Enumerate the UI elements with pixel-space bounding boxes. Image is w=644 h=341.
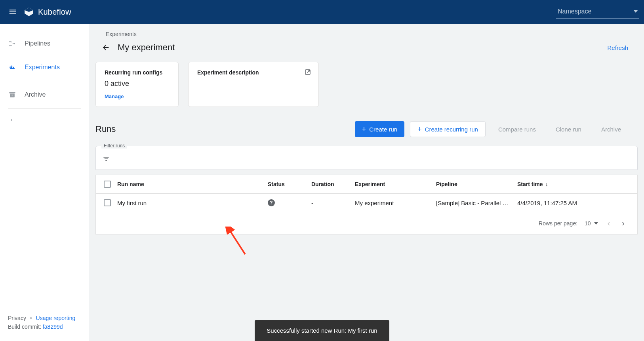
rows-per-page-label: Rows per page: xyxy=(539,220,577,227)
filter-icon xyxy=(102,158,110,164)
pager-prev-button[interactable]: ‹ xyxy=(605,219,613,228)
sidebar-divider xyxy=(8,108,81,109)
create-run-label: Create run xyxy=(369,126,397,133)
page-title: My experiment xyxy=(118,42,175,53)
rows-per-page-value: 10 xyxy=(585,220,591,227)
runs-table: Run name Status Duration Experiment Pipe… xyxy=(95,175,638,234)
sidebar: Pipelines Experiments Archive Privacy • … xyxy=(0,24,89,341)
svg-rect-7 xyxy=(11,95,13,95)
sidebar-item-pipelines[interactable]: Pipelines xyxy=(0,32,89,55)
clone-run-button[interactable]: Clone run xyxy=(549,121,589,137)
summary-cards: Recurring run configs 0 active Manage Ex… xyxy=(89,62,644,110)
filter-runs-field[interactable]: Filter runs xyxy=(95,146,638,170)
select-all-checkbox[interactable] xyxy=(104,181,111,188)
sidebar-footer: Privacy • Usage reporting Build commit: … xyxy=(0,315,89,336)
manage-recurring-button[interactable]: Manage xyxy=(105,93,124,99)
svg-rect-5 xyxy=(10,92,15,93)
experiments-icon xyxy=(8,63,17,71)
col-start-time[interactable]: Start time ↓ xyxy=(517,181,585,187)
create-run-button[interactable]: + Create run xyxy=(355,121,404,137)
col-start-time-label: Start time xyxy=(517,181,543,187)
toast-notification: Successfully started new Run: My first r… xyxy=(255,320,389,341)
filter-runs-label: Filter runs xyxy=(101,143,127,149)
build-commit-prefix: Build commit: xyxy=(8,324,43,330)
sidebar-item-label: Pipelines xyxy=(25,40,50,47)
back-button[interactable] xyxy=(99,40,113,55)
pipelines-icon xyxy=(8,40,17,48)
create-recurring-run-label: Create recurring run xyxy=(425,126,478,133)
sidebar-item-experiments[interactable]: Experiments xyxy=(0,55,89,79)
brand[interactable]: Kubeflow xyxy=(24,7,71,17)
create-recurring-run-button[interactable]: + Create recurring run xyxy=(410,121,486,137)
svg-point-4 xyxy=(13,43,15,44)
kubeflow-logo-icon xyxy=(24,7,34,17)
col-duration[interactable]: Duration xyxy=(311,181,355,187)
duration-cell: - xyxy=(311,200,355,206)
rows-per-page-select[interactable]: 10 xyxy=(585,220,598,227)
namespace-label: Namespace xyxy=(558,8,591,15)
col-status[interactable]: Status xyxy=(268,181,311,187)
refresh-button[interactable]: Refresh xyxy=(607,44,628,51)
open-external-icon xyxy=(304,69,311,76)
experiment-cell: My experiment xyxy=(355,200,436,206)
col-pipeline[interactable]: Pipeline xyxy=(436,181,517,187)
pipeline-cell: [Sample] Basic - Parallel … xyxy=(436,200,517,206)
runs-section-title: Runs xyxy=(95,124,116,134)
runs-toolbar: Runs + Create run + Create recurring run… xyxy=(89,110,644,142)
status-unknown-icon: ? xyxy=(268,199,275,206)
sort-desc-icon: ↓ xyxy=(545,181,548,187)
run-name-cell: My first run xyxy=(117,200,268,206)
chevron-left-icon xyxy=(9,117,14,123)
dropdown-icon xyxy=(634,10,638,13)
hamburger-menu-button[interactable] xyxy=(5,4,21,20)
runs-table-header: Run name Status Duration Experiment Pipe… xyxy=(96,175,637,194)
sidebar-divider xyxy=(8,81,81,81)
description-card-title: Experiment description xyxy=(197,69,310,76)
arrow-back-icon xyxy=(101,43,110,52)
sidebar-item-label: Experiments xyxy=(25,64,60,71)
svg-point-2 xyxy=(10,41,11,42)
sidebar-item-label: Archive xyxy=(25,91,46,98)
compare-runs-button[interactable]: Compare runs xyxy=(491,121,543,137)
run-row[interactable]: My first run ? - My experiment [Sample] … xyxy=(96,194,637,212)
namespace-select[interactable]: Namespace xyxy=(556,6,639,19)
pager-next-button[interactable]: › xyxy=(619,219,627,228)
sidebar-item-archive[interactable]: Archive xyxy=(0,83,89,107)
table-pager: Rows per page: 10 ‹ › xyxy=(96,212,637,234)
recurring-runs-card: Recurring run configs 0 active Manage xyxy=(95,62,179,107)
dropdown-icon xyxy=(594,222,598,225)
usage-reporting-link[interactable]: Usage reporting xyxy=(36,315,76,321)
archive-run-button[interactable]: Archive xyxy=(594,121,628,137)
main-content: Experiments My experiment Refresh Recurr… xyxy=(89,24,644,341)
privacy-link[interactable]: Privacy xyxy=(8,315,26,321)
col-experiment[interactable]: Experiment xyxy=(355,181,436,187)
breadcrumb-experiments[interactable]: Experiments xyxy=(106,31,137,37)
svg-rect-6 xyxy=(10,94,15,97)
start-time-cell: 4/4/2019, 11:47:25 AM xyxy=(517,200,585,206)
experiment-description-card: Experiment description xyxy=(188,62,319,107)
breadcrumb: Experiments xyxy=(89,24,644,37)
build-commit-link[interactable]: fa8299d xyxy=(43,324,63,330)
recurring-active-count: 0 active xyxy=(105,80,170,88)
recurring-card-title: Recurring run configs xyxy=(105,69,170,76)
brand-name: Kubeflow xyxy=(38,8,71,17)
col-run-name[interactable]: Run name xyxy=(117,181,268,187)
archive-icon xyxy=(8,91,17,99)
svg-point-3 xyxy=(10,45,11,46)
edit-description-button[interactable] xyxy=(304,69,311,77)
row-checkbox[interactable] xyxy=(104,199,111,206)
appbar: Kubeflow Namespace xyxy=(0,0,644,24)
sidebar-collapse-button[interactable] xyxy=(0,110,89,131)
page-header: My experiment Refresh xyxy=(89,37,644,62)
menu-icon xyxy=(8,8,17,16)
